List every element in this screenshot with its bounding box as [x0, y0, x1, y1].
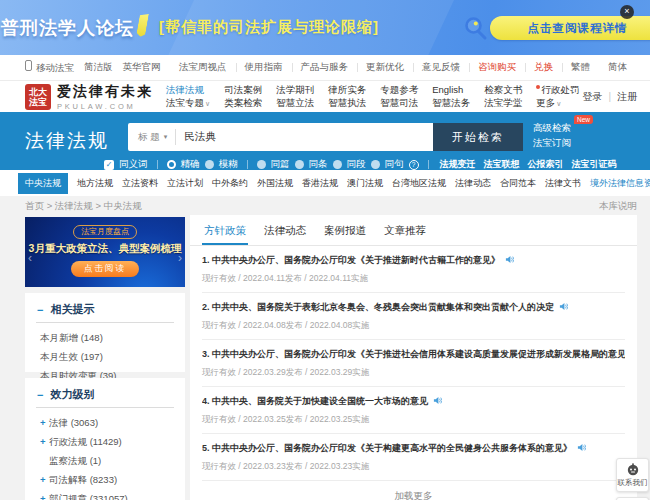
speaker-icon[interactable]	[577, 443, 586, 454]
promo-cta-button[interactable]: 点击查阅课程详情	[490, 16, 650, 40]
traditional-chinese-link[interactable]: 繁體	[562, 61, 599, 74]
article-title-link[interactable]: 3. 中共中央办公厅、国务院办公厅印发《关于推进社会信用体系建设高质量发展促进形…	[202, 348, 625, 361]
field-select[interactable]: 标 题 ▾	[128, 131, 167, 144]
search-input[interactable]: 民法典	[184, 130, 216, 144]
sidebar-promo-banner[interactable]: ‹ › 法宝月度盘点 3月重大政策立法、典型案例梳理 点击阅读	[25, 217, 185, 287]
load-more-button[interactable]: 加载更多	[202, 481, 625, 500]
breadcrumb[interactable]: 首页 > 法律法规 > 中央法规	[25, 200, 142, 213]
collapse-icon[interactable]: −	[37, 389, 43, 401]
brand-block[interactable]: 爱法律有未来 PKULAW.COM	[57, 83, 153, 111]
tab-legislative-plans[interactable]: 立法计划	[167, 177, 203, 190]
related-tips-header[interactable]: − 相关提示	[36, 293, 174, 323]
tab-legal-documents[interactable]: 法律文书	[545, 177, 581, 190]
tab-treaties[interactable]: 中外条约	[212, 177, 248, 190]
nav-lawfirm[interactable]: 律所实务智慧执法	[328, 83, 366, 110]
nav-laws[interactable]: 法律法规 法宝专题∨	[166, 83, 210, 110]
same-article-radio[interactable]	[295, 160, 304, 169]
tab-macau-laws[interactable]: 澳门法规	[347, 177, 383, 190]
help-icon[interactable]: ?	[409, 160, 419, 170]
same-paragraph-radio[interactable]	[333, 160, 342, 169]
filter-judicial-interpretation[interactable]: +司法解释 (8233)	[40, 470, 173, 489]
nav-reference[interactable]: 专题参考智慧司法	[380, 83, 418, 110]
nav-more[interactable]: 行政处罚 更多∨	[536, 83, 579, 110]
same-sentence-radio[interactable]	[371, 160, 380, 169]
tab-policies[interactable]: 方针政策	[202, 215, 248, 245]
collapse-icon[interactable]: −	[37, 304, 43, 316]
tab-hongkong-laws[interactable]: 香港法规	[302, 177, 338, 190]
purchase-link[interactable]: 咨询购买	[469, 61, 525, 74]
close-icon[interactable]: ×	[620, 5, 634, 19]
article-title-link[interactable]: 4. 中共中央、国务院关于加快建设全国统一大市场的意见	[202, 395, 625, 408]
expand-icon[interactable]: +	[40, 489, 49, 500]
contact-us-widget[interactable]: 联系我们	[616, 458, 649, 492]
tab-taiwan-laws[interactable]: 台湾地区法规	[392, 177, 446, 190]
feedback-link[interactable]: 意见反馈	[413, 61, 469, 74]
tab-overseas-resources[interactable]: 境外法律信息资源指引	[590, 177, 650, 190]
next-arrow-icon[interactable]: ›	[178, 251, 182, 265]
filter-law[interactable]: +法律 (3063)	[40, 413, 173, 432]
speaker-icon[interactable]	[505, 255, 514, 266]
tab-legislative-materials[interactable]: 立法资料	[122, 177, 158, 190]
expand-icon[interactable]: +	[40, 432, 49, 451]
filter-departmental-rules[interactable]: +部门规章 (331057)	[40, 489, 173, 500]
article-title-link[interactable]: 2. 中共中央、国务院关于表彰北京冬奥会、冬残奥会突出贡献集体和突出贡献个人的决…	[202, 301, 625, 314]
nav-journals[interactable]: 法学期刊智慧立法	[276, 83, 314, 110]
fuzzy-radio[interactable]	[205, 160, 214, 169]
weekly-view-link[interactable]: 法宝周视点	[170, 61, 236, 74]
exact-radio[interactable]	[167, 160, 176, 169]
updates-link[interactable]: 更新优化	[357, 61, 413, 74]
list-item: 5. 中共中央办公厅、国务院办公厅印发《关于构建更高水平的全民健身公共服务体系的…	[202, 434, 625, 481]
simple-version-link[interactable]: 简洁版	[84, 61, 113, 74]
tab-contract-templates[interactable]: 合同范本	[500, 177, 536, 190]
content-tabs: 方针政策 法律动态 案例报道 文章推荐	[190, 215, 637, 246]
filter-effective-this-month[interactable]: 本月生效 (197)	[40, 347, 173, 366]
filter-new-this-month[interactable]: 本月新增 (148)	[40, 328, 173, 347]
user-guide-link[interactable]: 使用指南	[236, 61, 292, 74]
simplified-chinese-link[interactable]: 简体	[599, 61, 636, 74]
section-title: 法律法规	[25, 128, 109, 154]
nav-english[interactable]: English智慧法务	[432, 83, 470, 110]
prev-arrow-icon[interactable]: ‹	[28, 251, 32, 265]
tab-legal-dynamics[interactable]: 法律动态	[262, 215, 308, 245]
filter-supervision-regulations[interactable]: 监察法规 (1)	[40, 451, 173, 470]
list-item: 4. 中共中央、国务院关于加快建设全国统一大市场的意见 现行有效 / 2022.…	[202, 387, 625, 434]
speaker-icon[interactable]	[433, 396, 442, 407]
effect-level-header[interactable]: − 效力级别	[36, 378, 174, 408]
article-title-link[interactable]: 1. 中共中央办公厅、国务院办公厅印发《关于推进新时代古籍工作的意见》	[202, 254, 625, 267]
expand-icon[interactable]: +	[40, 470, 49, 489]
login-link[interactable]: 登录	[582, 90, 602, 104]
tab-central-laws[interactable]: 中央法规	[18, 173, 68, 194]
article-title-link[interactable]: 5. 中共中央办公厅、国务院办公厅印发《关于构建更高水平的全民健身公共服务体系的…	[202, 442, 625, 455]
subscribe-link[interactable]: 法宝订阅	[533, 135, 571, 150]
mobile-link[interactable]: 移动法宝	[25, 60, 74, 75]
synonym-checkbox[interactable]: ✓	[104, 160, 114, 170]
banner-read-button[interactable]: 点击阅读	[71, 261, 139, 277]
advanced-search-link[interactable]: 高级检索 New	[533, 120, 571, 135]
same-doc-radio[interactable]	[257, 160, 266, 169]
nav-procuratorate[interactable]: 检察文书法宝学堂	[484, 83, 522, 110]
tab-foreign-laws[interactable]: 外国法规	[257, 177, 293, 190]
content-panel: 方针政策 法律动态 案例报道 文章推荐 1. 中共中央办公厅、国务院办公厅印发《…	[190, 215, 637, 500]
speaker-icon[interactable]	[559, 302, 568, 313]
yinghua-site-link[interactable]: 英华官网	[123, 61, 161, 74]
brand-slogan: 爱法律有未来	[57, 83, 153, 101]
page: 普刑法学人论坛 [帮信罪的司法扩展与理论限缩] 点击查阅课程详情 × 移动法宝 …	[0, 0, 650, 500]
nav-cases[interactable]: 司法案例类案检索	[224, 83, 262, 110]
register-link[interactable]: 注册	[617, 90, 637, 104]
redeem-link[interactable]: 兑换	[525, 61, 562, 74]
promo-banner[interactable]: 普刑法学人论坛 [帮信罪的司法扩展与理论限缩] 点击查阅课程详情 ×	[0, 0, 650, 55]
chevron-down-icon: ∨	[556, 100, 561, 107]
library-description-link[interactable]: 本库说明	[599, 200, 637, 213]
tab-recommended-articles[interactable]: 文章推荐	[382, 215, 428, 245]
filter-administrative-regulations[interactable]: +行政法规 (11429)	[40, 432, 173, 451]
products-link[interactable]: 产品与服务	[292, 61, 358, 74]
tab-legal-news[interactable]: 法律动态	[455, 177, 491, 190]
article-list: 1. 中共中央办公厅、国务院办公厅印发《关于推进新时代古籍工作的意见》 现行有效…	[190, 246, 637, 500]
tab-case-reports[interactable]: 案例报道	[322, 215, 368, 245]
pkulaw-logo[interactable]: 北大 法宝	[25, 84, 51, 110]
article-meta: 现行有效 / 2022.03.23发布 / 2022.03.23实施	[202, 461, 625, 473]
tab-local-laws[interactable]: 地方法规	[77, 177, 113, 190]
banner-tag: 法宝月度盘点	[73, 225, 137, 239]
search-submit-button[interactable]: 开始检索	[433, 123, 523, 151]
expand-icon[interactable]: +	[40, 413, 49, 432]
